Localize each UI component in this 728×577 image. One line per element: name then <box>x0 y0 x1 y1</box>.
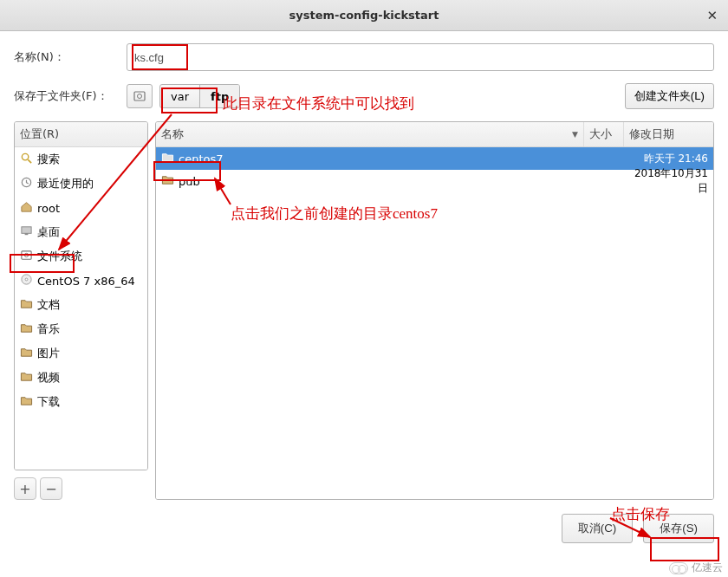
file-name: centos7 <box>179 152 223 165</box>
sidebar-item-0[interactable]: 搜索 <box>15 147 147 172</box>
cancel-button[interactable]: 取消(C) <box>562 514 634 543</box>
svg-rect-7 <box>22 251 31 259</box>
svg-point-10 <box>25 278 28 281</box>
breadcrumb-var[interactable]: var <box>160 85 200 107</box>
sidebar-item-10[interactable]: 下载 <box>15 390 147 414</box>
places-list: 搜索最近使用的root桌面文件系统CentOS 7 x86_64文档音乐图片视频… <box>15 147 147 470</box>
name-label: 名称(N)： <box>14 49 127 65</box>
place-label: 搜索 <box>37 152 60 167</box>
sidebar-item-3[interactable]: 桌面 <box>15 220 147 244</box>
recent-icon <box>20 176 33 191</box>
breadcrumb-ftp[interactable]: ftp <box>200 85 239 107</box>
place-label: 图片 <box>37 346 60 361</box>
column-header-name[interactable]: 名称▼ <box>156 122 583 146</box>
sidebar-item-1[interactable]: 最近使用的 <box>15 172 147 196</box>
svg-rect-0 <box>134 92 145 100</box>
close-icon[interactable]: ✕ <box>706 8 718 23</box>
sidebar-item-4[interactable]: 文件系统 <box>15 244 147 269</box>
svg-point-2 <box>22 153 29 160</box>
disk-icon <box>133 89 146 103</box>
place-label: 音乐 <box>37 321 60 337</box>
folder-icon <box>161 151 174 166</box>
fs-icon <box>20 249 33 264</box>
svg-rect-6 <box>25 233 29 235</box>
folder-icon <box>20 321 33 337</box>
place-label: 下载 <box>37 394 60 410</box>
column-header-size[interactable]: 大小 <box>583 122 623 146</box>
place-label: 文档 <box>37 297 60 313</box>
add-bookmark-button[interactable]: + <box>14 477 36 500</box>
place-label: 视频 <box>37 370 60 386</box>
sidebar-item-8[interactable]: 图片 <box>15 341 147 366</box>
sort-desc-icon: ▼ <box>572 130 578 139</box>
place-label: 最近使用的 <box>37 176 94 191</box>
folder-label: 保存于文件夹(F)： <box>14 88 127 104</box>
sidebar-item-2[interactable]: root <box>15 196 147 220</box>
breadcrumb: var ftp <box>159 84 240 108</box>
save-button[interactable]: 保存(S) <box>643 514 714 543</box>
file-list: centos7昨天于 21:46pub2018年10月31日 <box>156 147 713 499</box>
cd-icon <box>20 273 33 288</box>
svg-point-1 <box>138 94 142 99</box>
place-label: 桌面 <box>37 224 60 240</box>
column-name-label: 名称 <box>161 126 184 142</box>
desktop-icon <box>20 224 33 240</box>
watermark-text: 亿速云 <box>692 561 723 575</box>
sidebar-item-7[interactable]: 音乐 <box>15 317 147 341</box>
filesystem-root-button[interactable] <box>127 84 153 108</box>
window-title: system-config-kickstart <box>289 9 439 22</box>
filename-input[interactable] <box>127 43 714 71</box>
watermark: 亿速云 <box>669 561 723 575</box>
folder-icon <box>161 173 174 189</box>
folder-icon <box>20 394 33 410</box>
search-icon <box>20 152 33 167</box>
folder-icon <box>20 346 33 361</box>
sidebar-item-5[interactable]: CentOS 7 x86_64 <box>15 269 147 293</box>
file-date: 2018年10月31日 <box>623 166 713 196</box>
places-header: 位置(R) <box>15 122 147 147</box>
create-folder-button[interactable]: 创建文件夹(L) <box>625 83 714 109</box>
sidebar-item-9[interactable]: 视频 <box>15 366 147 390</box>
file-row[interactable]: pub2018年10月31日 <box>156 170 713 192</box>
file-date: 昨天于 21:46 <box>623 152 713 166</box>
home-icon <box>20 200 33 216</box>
svg-line-3 <box>28 159 31 163</box>
remove-bookmark-button[interactable]: − <box>40 477 62 500</box>
folder-icon <box>20 370 33 386</box>
place-label: CentOS 7 x86_64 <box>37 275 135 288</box>
file-name: pub <box>179 175 200 188</box>
svg-point-8 <box>24 253 28 256</box>
place-label: root <box>37 202 60 215</box>
svg-rect-5 <box>22 227 31 234</box>
sidebar-item-6[interactable]: 文档 <box>15 293 147 317</box>
column-header-date[interactable]: 修改日期 <box>623 122 713 146</box>
place-label: 文件系统 <box>37 249 82 264</box>
folder-icon <box>20 297 33 313</box>
